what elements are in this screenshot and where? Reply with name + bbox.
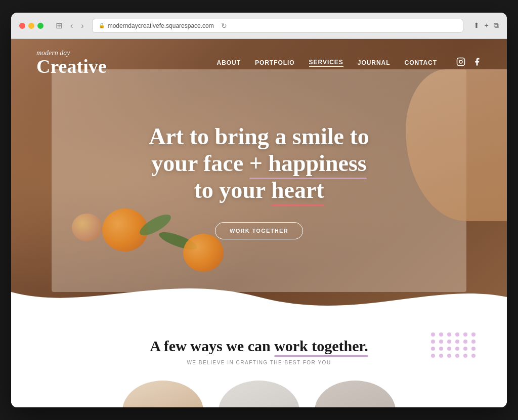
heart-text: heart: [271, 177, 324, 204]
wave-divider: [11, 272, 507, 312]
minimize-button[interactable]: [28, 23, 34, 29]
fruit-decoration-2: [183, 234, 224, 272]
logo[interactable]: modern day Creative: [36, 49, 107, 76]
dot-11: [463, 340, 467, 344]
nav-journal[interactable]: JOURNAL: [358, 59, 391, 66]
dot-1: [431, 332, 435, 337]
below-fold-section: A few ways we can work together. WE BELI…: [11, 312, 507, 407]
facebook-icon[interactable]: [472, 57, 482, 68]
sidebar-toggle-button[interactable]: ⊞: [54, 20, 64, 31]
section-subheading: WE BELIEVE IN CRAFTING THE BEST FOR YOU: [21, 360, 497, 365]
reload-button[interactable]: ↻: [221, 22, 227, 30]
new-tab-icon[interactable]: +: [485, 21, 489, 30]
dot-16: [455, 347, 459, 351]
card-circle-1: [122, 381, 203, 407]
svg-point-1: [459, 60, 462, 63]
fruit-decoration-3: [72, 214, 102, 241]
lock-icon: 🔒: [99, 23, 105, 28]
card-circle-2: [219, 381, 299, 407]
forward-button[interactable]: ›: [79, 20, 85, 31]
nav-social: [456, 57, 482, 68]
dot-2: [439, 332, 443, 337]
dot-24: [471, 354, 476, 358]
face-text: + happiness: [249, 150, 367, 177]
hero-heading: Art to bring a smile to your face + happ…: [138, 123, 380, 204]
navbar: modern day Creative ABOUT PORTFOLIO SERV…: [11, 39, 507, 86]
tabs-icon[interactable]: ⧉: [494, 21, 499, 30]
dot-9: [447, 340, 451, 344]
browser-chrome: ⊞ ‹ › 🔒 moderndaycreativefe.squarespace.…: [11, 13, 507, 39]
dot-6: [471, 332, 476, 337]
nav-contact[interactable]: CONTACT: [405, 59, 438, 66]
browser-controls: ⊞ ‹ ›: [54, 20, 86, 31]
hero-heading-line1: Art to bring a smile to: [149, 123, 369, 149]
cta-button[interactable]: WORK TOGETHER: [215, 222, 303, 239]
section-heading: A few ways we can work together.: [21, 338, 497, 355]
nav-links: ABOUT PORTFOLIO SERVICES JOURNAL CONTACT: [217, 57, 482, 68]
card-circle-3: [315, 381, 396, 407]
dot-10: [455, 340, 459, 344]
dot-14: [439, 347, 443, 351]
maximize-button[interactable]: [37, 23, 44, 29]
dot-8: [439, 340, 443, 344]
dot-21: [447, 354, 451, 358]
browser-actions: ⬆ + ⧉: [473, 21, 499, 30]
hero-content: Art to bring a smile to your face + happ…: [138, 123, 380, 239]
address-bar[interactable]: 🔒 moderndaycreativefe.squarespace.com ↻: [92, 19, 463, 33]
dot-23: [463, 354, 467, 358]
svg-rect-0: [457, 58, 465, 65]
back-button[interactable]: ‹: [68, 20, 75, 31]
instagram-icon[interactable]: [456, 57, 465, 68]
dot-18: [471, 347, 476, 351]
close-button[interactable]: [19, 23, 25, 29]
url-text: moderndaycreativefe.squarespace.com: [108, 22, 214, 29]
dot-17: [463, 347, 467, 351]
browser-window: ⊞ ‹ › 🔒 moderndaycreativefe.squarespace.…: [11, 13, 507, 407]
dot-12: [471, 340, 476, 344]
hero-section: modern day Creative ABOUT PORTFOLIO SERV…: [11, 39, 507, 312]
nav-about[interactable]: ABOUT: [217, 59, 241, 66]
dot-3: [447, 332, 451, 337]
nav-portfolio[interactable]: PORTFOLIO: [255, 59, 295, 66]
work-together-text: work together.: [274, 338, 368, 355]
traffic-lights: [19, 23, 44, 29]
dots-decoration: [431, 332, 477, 358]
svg-point-2: [462, 59, 463, 60]
cards-row: [21, 381, 497, 407]
dot-20: [439, 354, 443, 358]
dot-15: [447, 347, 451, 351]
share-icon[interactable]: ⬆: [473, 21, 480, 30]
nav-services[interactable]: SERVICES: [309, 59, 343, 67]
logo-top: modern day: [36, 49, 107, 57]
dot-22: [455, 354, 459, 358]
dot-4: [455, 332, 459, 337]
hero-heading-line2: your face + happiness: [151, 150, 366, 176]
dot-19: [431, 354, 435, 358]
logo-bottom: Creative: [36, 57, 107, 76]
dot-5: [463, 332, 467, 337]
dot-7: [431, 340, 435, 344]
dot-13: [431, 347, 435, 351]
website-content: modern day Creative ABOUT PORTFOLIO SERV…: [11, 39, 507, 407]
hero-heading-line3: to your heart: [194, 177, 324, 203]
